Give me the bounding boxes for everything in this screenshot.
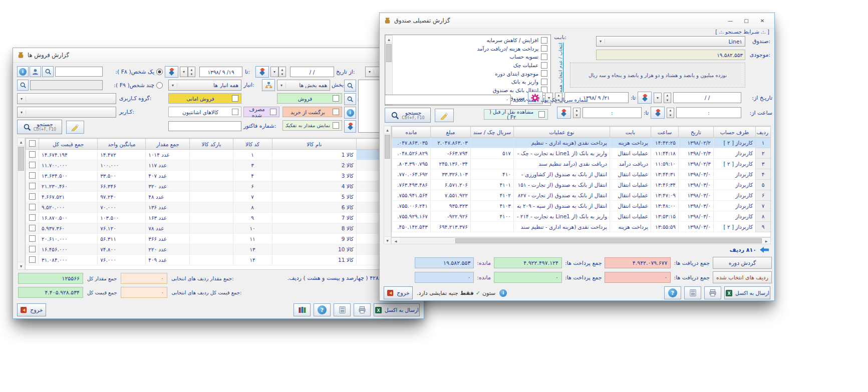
calculator-button[interactable] — [684, 286, 701, 299]
exit-button[interactable]: خروج — [17, 303, 46, 316]
babat-option[interactable]: واریز به بانک — [394, 78, 549, 86]
date-from-input[interactable]: / / — [673, 92, 741, 103]
column-header[interactable]: بارکد کالا — [190, 139, 233, 150]
checkbox-icon[interactable] — [541, 45, 547, 52]
scroll-up-icon[interactable]: ▲ — [386, 36, 392, 43]
table-row[interactable]: ۸کاربرداز۱۳۹۸/۰۳/۰۱۳:۵۳:۱۵عملیات انتقالو… — [392, 211, 771, 222]
chevron-down-icon[interactable]: ▾ — [270, 67, 278, 77]
table-row[interactable]: ۱کاربرداز [ ۲ ]۱۳۹۸/۰۲/۲۱۴:۴۲:۲۵پرداخت ه… — [392, 138, 771, 148]
column-header[interactable]: نام کالا — [272, 139, 356, 150]
spinner-icon[interactable]: ▲▼ — [573, 108, 581, 118]
cashbox-combo[interactable]: ▾ Line۱ — [596, 36, 745, 47]
checkbox-icon[interactable] — [232, 95, 238, 102]
clear-date-to-button[interactable] — [165, 66, 178, 78]
babat-option[interactable]: موجودی ابتدای دوره — [394, 69, 549, 78]
sale-checkbox[interactable]: فروش — [277, 93, 342, 104]
sales-window-titlebar[interactable]: گزارش فروش ها — [13, 48, 424, 63]
search-type-button[interactable] — [344, 93, 356, 105]
checkbox-icon[interactable] — [29, 172, 36, 179]
checkbox-icon[interactable] — [29, 256, 36, 263]
scrollbar-track[interactable] — [386, 43, 392, 97]
clear-date-from-button[interactable] — [255, 66, 269, 78]
select-all-toggle[interactable]: انتخاب / عدم انتخاب همه — [557, 43, 563, 93]
clear-time-from-button[interactable] — [651, 107, 665, 119]
checkbox-icon[interactable] — [538, 111, 545, 118]
consumed-checkbox[interactable]: مصرف شده — [243, 107, 279, 117]
checkbox-icon[interactable] — [541, 79, 547, 85]
table-row[interactable]: کالا 9۱۱۳۶۶ عدد۵۶.۳۱۱۲۰.۶۱۰.۰۰۰ — [26, 234, 417, 244]
column-header[interactable]: سریال چک / سند — [471, 127, 514, 138]
scrollbar-thumb[interactable] — [386, 44, 392, 62]
checkbox-icon[interactable] — [29, 193, 36, 200]
radio-selected-icon[interactable] — [156, 69, 163, 75]
clear-form-button[interactable] — [435, 109, 454, 122]
table-row[interactable]: کالا 7۹۱۶۳ عدد۱۰۳.۵۰۰۱۶.۸۷۰.۵۰۰ — [26, 213, 417, 223]
table-row[interactable]: ۴کاربرداز۱۳۹۸/۰۳/۰۱۳:۴۴:۳۱عملیات انتقالا… — [392, 169, 771, 180]
sections-tree-button[interactable] — [262, 79, 275, 91]
spinner-icon[interactable]: ▲▼ — [667, 108, 674, 118]
time-from-input[interactable]: : — [676, 107, 741, 118]
checkbox-icon[interactable] — [29, 204, 36, 210]
column-header[interactable]: کد کالا — [233, 139, 272, 150]
scroll-down-icon[interactable]: ▼ — [18, 262, 25, 269]
print-button[interactable] — [704, 286, 721, 299]
checkbox-icon[interactable] — [29, 162, 36, 168]
scroll-up-icon[interactable]: ▲ — [18, 138, 25, 146]
print-button[interactable] — [354, 303, 371, 316]
scroll-right-icon[interactable]: ▶ — [762, 238, 770, 244]
spinner-icon[interactable]: ▲▼ — [188, 67, 195, 77]
table-row[interactable]: ۷کاربرداز۱۳۹۸/۰۳/۰۱۳:۴۸:۰۰عملیات انتقالا… — [392, 201, 771, 211]
period-turnover-button[interactable]: گردش دوره — [713, 257, 772, 269]
table-row[interactable]: کالا 5۷۴۸ عدد۹۷.۲۴۰۴.۶۶۷.۵۲۱ — [26, 192, 417, 202]
scrollbar-thumb[interactable] — [18, 147, 24, 171]
column-header[interactable]: بابت — [610, 127, 651, 138]
table-row[interactable]: ۲کاربرداز۱۳۹۸/۰۲/۳۱۱:۴۴:۱۸عملیات انتقالو… — [392, 148, 771, 159]
table-row[interactable]: ۵کاربرداز۱۳۹۸/۰۳/۰۱۳:۴۶:۳۴عملیات انتقالا… — [392, 180, 771, 190]
table-row[interactable]: کالا 1۱۱۰۱۴ عدد۱۴.۴۷۲۱۴.۶۷۴.۱۹۴ — [26, 150, 417, 160]
column-header[interactable]: میانگین واحد — [98, 139, 146, 150]
scrollbar-thumb[interactable] — [385, 135, 390, 159]
row-select-checkbox[interactable] — [26, 202, 39, 213]
split-qty-checkbox[interactable]: نمایش مقدار به تفکیک (F5) — [282, 120, 342, 131]
search-button[interactable]: جستجوCtrl+F, F10 — [17, 120, 62, 134]
spinner-icon[interactable]: ▲▼ — [664, 93, 671, 103]
checkbox-icon[interactable] — [29, 225, 36, 231]
column-header[interactable]: جمع مقدار — [146, 139, 190, 150]
products-table-scrollbar[interactable]: ▲ ▼ — [17, 138, 25, 270]
babat-option[interactable]: تسویه حساب — [394, 53, 549, 61]
checkbox-icon[interactable] — [541, 37, 547, 44]
scrollbar-track[interactable] — [18, 146, 25, 262]
cash-table-scrollbar[interactable]: ▲ ▼ — [384, 126, 391, 244]
column-header[interactable]: نوع عملیات — [514, 127, 610, 138]
multi-person-input[interactable] — [30, 80, 103, 90]
table-row[interactable]: کالا 4۶۳۲۰ عدد۶۶.۳۴۶۲۱.۲۳۰.۴۶۰ — [26, 181, 417, 192]
radio-icon[interactable] — [156, 82, 163, 89]
row-select-checkbox[interactable] — [26, 160, 39, 171]
scroll-down-icon[interactable]: ▼ — [384, 236, 391, 244]
row-select-checkbox[interactable] — [26, 171, 39, 181]
table-row[interactable]: ۳کاربرداز [ ۲ ]۱۳۹۸/۰۲/۳۱۱:۵۹:۱۰دریافت د… — [392, 159, 771, 169]
chevron-down-icon[interactable]: ▾ — [180, 67, 188, 77]
one-person-input[interactable] — [55, 67, 103, 77]
selected-rows-button[interactable]: ردیف های انتخاب شده — [713, 271, 772, 283]
consignment-sale-checkbox[interactable]: فروش امانی — [168, 93, 241, 104]
checkbox-icon[interactable] — [541, 70, 547, 77]
reports-library-button[interactable] — [294, 303, 311, 316]
clear-form-button[interactable] — [66, 121, 84, 134]
clear-time-to-button[interactable] — [557, 107, 571, 119]
search-section-button[interactable] — [344, 80, 356, 92]
search-multi-person-button[interactable] — [17, 80, 29, 91]
row-select-checkbox[interactable] — [26, 223, 39, 234]
checkbox-icon[interactable] — [541, 54, 547, 60]
section-combo[interactable]: ▾ همه بخش ها — [277, 80, 330, 91]
checkbox-icon[interactable] — [333, 122, 339, 129]
column-header[interactable]: ردیف — [756, 127, 771, 138]
column-header[interactable]: طرف حساب — [714, 127, 756, 138]
person-lookup-button[interactable] — [30, 66, 41, 77]
user-group-combo[interactable]: ▾ — [17, 93, 116, 104]
serial-input[interactable]: ۰ — [385, 95, 511, 105]
row-select-checkbox[interactable] — [26, 234, 39, 244]
row-select-checkbox[interactable] — [26, 255, 39, 265]
column-header[interactable]: تاریخ — [679, 127, 714, 138]
close-button[interactable]: ✕ — [754, 15, 770, 26]
